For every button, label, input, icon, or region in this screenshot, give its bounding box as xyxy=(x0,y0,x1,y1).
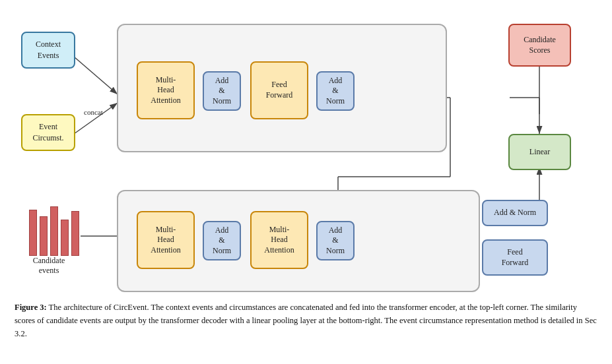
decoder-ff-out: Feed Forward xyxy=(482,239,548,276)
candidate-events-bars xyxy=(29,206,79,256)
decoder-ff-label: Feed Forward xyxy=(502,247,529,268)
candidate-scores-box: Candidate Scores xyxy=(508,24,571,67)
context-events-box: Context Events xyxy=(21,32,75,69)
event-circumst-box: Event Circumst. xyxy=(21,114,75,151)
decoder-mha2: Multi- Head Attention xyxy=(250,211,308,269)
encoder-block: Multi- Head Attention Add & Norm Feed Fo… xyxy=(117,24,447,152)
svg-line-2 xyxy=(74,57,118,94)
decoder-add-norm1-label: Add & Norm xyxy=(213,226,231,257)
encoder-add-norm2: Add & Norm xyxy=(316,71,355,111)
context-events-label: Context Events xyxy=(36,39,61,61)
caption-text: The architecture of CircEvent. The conte… xyxy=(15,303,597,338)
decoder-block: Multi- Head Attention Add & Norm Multi- … xyxy=(117,190,480,292)
event-circumst-label: Event Circumst. xyxy=(33,121,64,144)
linear-box: Linear xyxy=(508,134,571,170)
decoder-add-norm3: Add & Norm xyxy=(482,200,548,226)
diagram: Context Events Event Circumst. concat ⊕ … xyxy=(15,12,597,295)
bar-3 xyxy=(50,206,58,256)
bar-1 xyxy=(29,210,37,256)
caption-label: Figure 3: xyxy=(15,303,47,312)
linear-label: Linear xyxy=(529,147,550,158)
bar-5 xyxy=(71,211,79,256)
encoder-add-norm1-label: Add & Norm xyxy=(213,76,231,107)
decoder-add-norm3-label: Add & Norm xyxy=(494,208,536,218)
decoder-mha1-label: Multi- Head Attention xyxy=(151,225,180,256)
decoder-mha1: Multi- Head Attention xyxy=(137,211,195,269)
figure-caption: Figure 3: The architecture of CircEvent.… xyxy=(15,301,597,340)
encoder-mha-label: Multi- Head Attention xyxy=(151,75,180,106)
encoder-ff-label: Feed Forward xyxy=(266,80,293,100)
candidate-events-label: Candidate events xyxy=(22,256,75,276)
encoder-add-norm2-label: Add & Norm xyxy=(326,76,345,107)
bar-2 xyxy=(40,216,48,256)
decoder-add-norm1: Add & Norm xyxy=(203,221,241,260)
encoder-mha: Multi- Head Attention xyxy=(137,61,195,119)
encoder-add-norm1: Add & Norm xyxy=(203,71,241,111)
concat-label: concat xyxy=(84,108,103,116)
decoder-add-norm2: Add & Norm xyxy=(316,221,355,260)
encoder-ff: Feed Forward xyxy=(250,61,308,119)
bar-4 xyxy=(61,220,69,256)
decoder-add-norm2-label: Add & Norm xyxy=(326,226,345,257)
candidate-scores-label: Candidate Scores xyxy=(524,35,556,55)
decoder-mha2-label: Multi- Head Attention xyxy=(264,225,294,256)
